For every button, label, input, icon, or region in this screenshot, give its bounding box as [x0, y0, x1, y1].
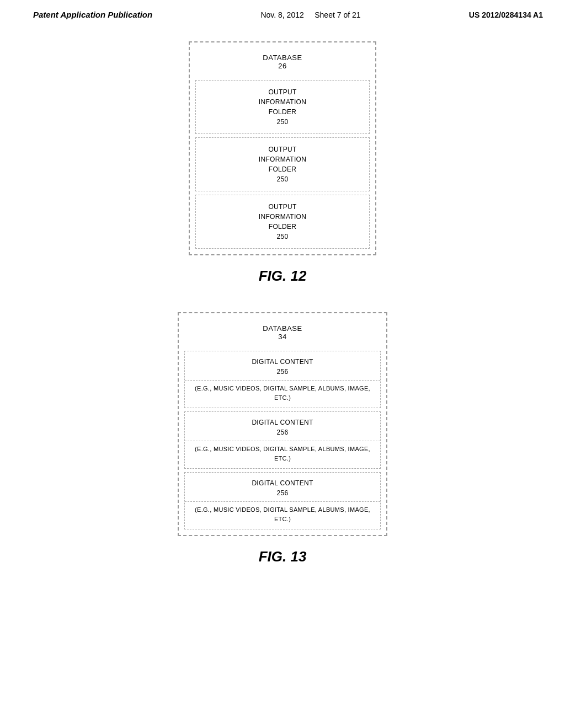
- fig12-db-title: DATABASE 26: [195, 48, 370, 80]
- page-content: DATABASE 26 OUTPUT INFORMATION FOLDER 25…: [0, 25, 565, 609]
- fig13-item-2: DIGITAL CONTENT 256 (E.G., MUSIC VIDEOS,…: [184, 411, 381, 469]
- fig12-item-2: OUTPUT INFORMATION FOLDER 250: [195, 137, 370, 191]
- sheet-info: Sheet 7 of 21: [315, 10, 360, 19]
- fig12-label: FIG. 12: [259, 267, 307, 285]
- fig13-item-3-subtitle: (E.G., MUSIC VIDEOS, DIGITAL SAMPLE, ALB…: [185, 501, 380, 529]
- fig13-database-box: DATABASE 34 DIGITAL CONTENT 256 (E.G., M…: [178, 312, 387, 536]
- publication-label: Patent Application Publication: [33, 10, 152, 19]
- fig12-wrapper: DATABASE 26 OUTPUT INFORMATION FOLDER 25…: [55, 41, 510, 301]
- fig12-item-1: OUTPUT INFORMATION FOLDER 250: [195, 80, 370, 134]
- page-header: Patent Application Publication Nov. 8, 2…: [0, 0, 565, 25]
- fig13-item-2-subtitle: (E.G., MUSIC VIDEOS, DIGITAL SAMPLE, ALB…: [185, 441, 380, 468]
- fig13-item-1-subtitle: (E.G., MUSIC VIDEOS, DIGITAL SAMPLE, ALB…: [185, 380, 380, 408]
- fig12-database-box: DATABASE 26 OUTPUT INFORMATION FOLDER 25…: [189, 41, 376, 255]
- fig13-item-3: DIGITAL CONTENT 256 (E.G., MUSIC VIDEOS,…: [184, 472, 381, 529]
- fig13-label: FIG. 13: [259, 548, 307, 565]
- date-sheet: Nov. 8, 2012 Sheet 7 of 21: [260, 10, 360, 19]
- publication-date: Nov. 8, 2012: [260, 10, 303, 19]
- fig13-item-2-title: DIGITAL CONTENT 256: [185, 412, 380, 441]
- fig13-wrapper: DATABASE 34 DIGITAL CONTENT 256 (E.G., M…: [55, 312, 510, 582]
- fig13-item-1-title: DIGITAL CONTENT 256: [185, 351, 380, 380]
- fig13-item-1: DIGITAL CONTENT 256 (E.G., MUSIC VIDEOS,…: [184, 351, 381, 408]
- fig13-db-title: DATABASE 34: [184, 319, 381, 351]
- fig13-item-3-title: DIGITAL CONTENT 256: [185, 473, 380, 501]
- patent-number: US 2012/0284134 A1: [469, 10, 543, 19]
- fig12-item-3: OUTPUT INFORMATION FOLDER 250: [195, 195, 370, 249]
